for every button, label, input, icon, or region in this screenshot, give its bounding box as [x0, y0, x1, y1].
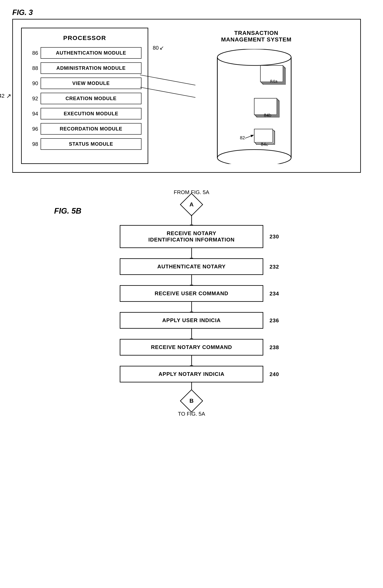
module-num-96: 96 [28, 126, 38, 132]
module-row-recordation: 96 RECORDATION MODULE [28, 123, 141, 135]
svg-text:84a: 84a [270, 79, 278, 84]
processor-title: PROCESSOR [28, 35, 141, 42]
step-num-238: 238 [270, 344, 279, 350]
module-row-admin: 88 ADMINISTRATION MODULE [28, 62, 141, 74]
flow-arrow-5 [191, 356, 192, 366]
svg-point-1 [217, 49, 291, 65]
fig5b-section: FROM FIG. 5A A FIG. 5B RECEIVE NOTARYIDE… [12, 189, 371, 417]
fig5b-label: FIG. 5B [54, 207, 81, 215]
flow-box-238: RECEIVE NOTARY COMMAND 238 [120, 339, 263, 356]
flow-arrow-2 [191, 275, 192, 285]
module-num-90: 90 [28, 80, 38, 86]
module-row-auth: 86 AUTHENTICATION MODULE [28, 47, 141, 59]
svg-point-2 [217, 149, 291, 164]
flow-arrow-1 [191, 248, 192, 258]
step-num-234: 234 [270, 290, 279, 297]
module-box-status: STATUS MODULE [40, 138, 141, 150]
flow-row-240: APPLY NOTARY INDICIA 240 [120, 366, 263, 382]
arrow-42: 42 ↗ [0, 92, 11, 100]
flow-row-236: APPLY USER INDICIA 236 [120, 312, 263, 329]
flow-arrow-3 [191, 302, 192, 312]
connector-a-wrapper: A [183, 196, 200, 213]
module-row-creation: 92 CREATION MODULE [28, 93, 141, 104]
fig3-section: FIG. 3 42 ↗ PROCESSOR 86 AUTHENTICATION … [12, 8, 371, 173]
svg-rect-17 [254, 129, 273, 142]
processor-box: PROCESSOR 86 AUTHENTICATION MODULE 88 AD… [21, 28, 148, 164]
flow-arrow-0 [191, 215, 192, 225]
flow-row-230: RECEIVE NOTARYIDENTIFICATION INFORMATION… [120, 225, 263, 248]
module-box-creation: CREATION MODULE [40, 93, 141, 104]
flow-box-232: AUTHENTICATE NOTARY 232 [120, 258, 263, 275]
module-box-admin: ADMINISTRATION MODULE [40, 62, 141, 74]
svg-text:84b: 84b [264, 113, 271, 118]
connector-a: A [180, 193, 203, 216]
fig3-outer-box: 42 ↗ PROCESSOR 86 AUTHENTICATION MODULE … [12, 19, 361, 173]
flow-box-240: APPLY NOTARY INDICIA 240 [120, 366, 263, 382]
step-num-240: 240 [270, 371, 279, 377]
module-num-88: 88 [28, 65, 38, 71]
module-box-view: VIEW MODULE [40, 78, 141, 89]
module-row-view: 90 VIEW MODULE [28, 78, 141, 89]
module-box-execution: EXECUTION MODULE [40, 108, 141, 119]
module-num-98: 98 [28, 141, 38, 147]
flow-arrow-4 [191, 329, 192, 339]
step-num-230: 230 [270, 233, 279, 240]
step-num-232: 232 [270, 263, 279, 270]
flow-row-234: RECEIVE USER COMMAND 234 [120, 285, 263, 302]
label-80: 80 ↙ [153, 45, 164, 51]
tms-title: TRANSACTIONMANAGEMENT SYSTEM [221, 30, 292, 43]
svg-text:82: 82 [240, 135, 245, 140]
step-num-236: 236 [270, 317, 279, 324]
fig3-title: FIG. 3 [12, 8, 371, 17]
module-box-auth: AUTHENTICATION MODULE [40, 47, 141, 59]
module-row-execution: 94 EXECUTION MODULE [28, 108, 141, 119]
flow-row-232: AUTHENTICATE NOTARY 232 [120, 258, 263, 275]
module-num-86: 86 [28, 50, 38, 56]
flow-box-234: RECEIVE USER COMMAND 234 [120, 285, 263, 302]
flow-box-230: RECEIVE NOTARYIDENTIFICATION INFORMATION… [120, 225, 263, 248]
tms-section: TRANSACTIONMANAGEMENT SYSTEM [161, 28, 352, 164]
module-box-recordation: RECORDATION MODULE [40, 123, 141, 135]
module-num-94: 94 [28, 111, 38, 117]
module-num-92: 92 [28, 95, 38, 102]
connector-b-wrapper: B [183, 393, 200, 409]
flow-box-236: APPLY USER INDICIA 236 [120, 312, 263, 329]
module-row-status: 98 STATUS MODULE [28, 138, 141, 150]
tms-cylinder: 84a 84b 84c 82 [213, 49, 299, 164]
connector-b: B [180, 389, 203, 412]
label-42: 42 [0, 93, 4, 99]
flow-row-238: RECEIVE NOTARY COMMAND 238 [120, 339, 263, 356]
svg-text:84c: 84c [261, 142, 268, 147]
svg-rect-13 [254, 98, 277, 115]
